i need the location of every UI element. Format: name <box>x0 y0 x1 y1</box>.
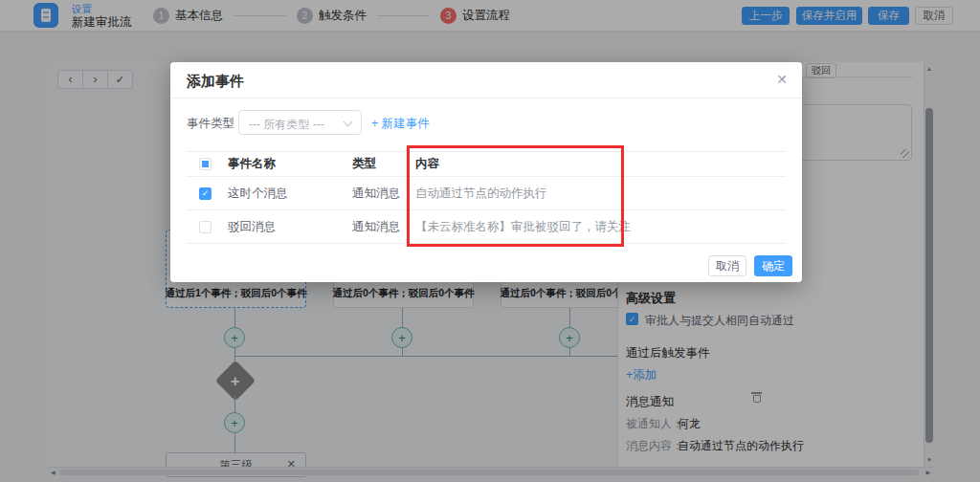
new-event-link[interactable]: + 新建事件 <box>371 116 430 132</box>
table-row[interactable]: 驳回消息 通知消息 【未云标准名称】审批被驳回了，请关注 <box>187 210 786 244</box>
modal-ok-button[interactable]: 确定 <box>754 255 792 276</box>
close-icon[interactable]: ✕ <box>776 72 788 87</box>
table-row[interactable]: ✓ 这时个消息 通知消息 自动通过节点的动作执行 <box>187 177 786 210</box>
col-type: 类型 <box>352 156 415 172</box>
add-event-modal: 添加事件 ✕ 事件类型： --- 所有类型 --- + 新建事件 事件名称 类型… <box>170 62 802 282</box>
row-checkbox[interactable]: ✓ <box>199 187 212 200</box>
event-type-value: --- 所有类型 --- <box>249 117 324 133</box>
modal-header: 添加事件 ✕ <box>170 62 802 99</box>
event-type-select[interactable]: --- 所有类型 --- <box>238 110 362 135</box>
modal-cancel-button[interactable]: 取消 <box>708 255 746 276</box>
event-name-cell: 驳回消息 <box>228 219 352 235</box>
event-type-cell: 通知消息 <box>352 186 415 202</box>
event-type-cell: 通知消息 <box>352 219 415 235</box>
row-checkbox[interactable] <box>199 221 212 233</box>
col-event-name: 事件名称 <box>228 156 352 172</box>
col-content: 内容 <box>415 156 786 172</box>
event-content-cell: 【未云标准名称】审批被驳回了，请关注 <box>415 219 786 235</box>
modal-title: 添加事件 <box>187 73 244 91</box>
event-name-cell: 这时个消息 <box>228 186 352 202</box>
event-table: 事件名称 类型 内容 ✓ 这时个消息 通知消息 自动通过节点的动作执行 驳回消息… <box>187 151 786 244</box>
chevron-down-icon <box>344 118 353 127</box>
table-header-row: 事件名称 类型 内容 <box>187 151 786 177</box>
select-all-checkbox[interactable] <box>199 158 212 170</box>
event-content-cell: 自动通过节点的动作执行 <box>415 186 786 202</box>
